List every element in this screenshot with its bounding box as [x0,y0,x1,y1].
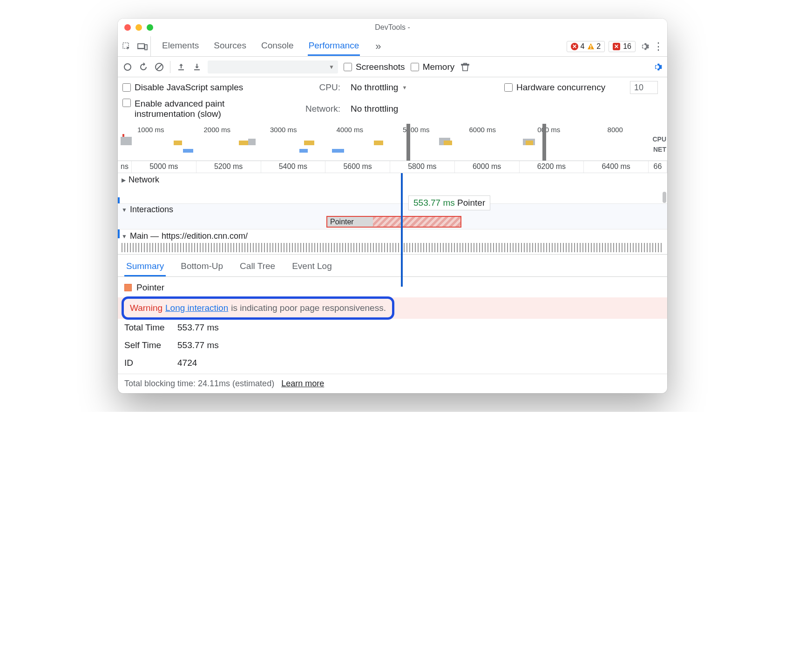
advanced-paint-label: Enable advanced paint instrumentation (s… [135,99,260,119]
dtab-call-tree[interactable]: Call Tree [238,257,277,276]
hw-concurrency-label: Hardware concurrency [516,82,605,93]
pointer-interaction-block[interactable]: Pointer [326,216,461,228]
network-throttle-select[interactable]: No throttling [351,104,663,114]
pointer-block-label: Pointer [330,218,354,226]
svg-line-8 [156,64,162,70]
devtools-tabstrip: Elements Sources Console Performance » ✕… [118,36,667,57]
summary-panel: Pointer Warning Long interaction is indi… [118,277,667,374]
perf-toolbar: ▼ Screenshots Memory [118,57,667,77]
tab-performance[interactable]: Performance [308,37,360,56]
memory-label: Memory [423,62,455,72]
dtab-summary[interactable]: Summary [124,257,166,276]
devtools-window: DevTools - Elements Sources Console Perf… [118,19,667,393]
download-icon[interactable] [192,62,202,72]
warning-message: is indicating poor page responsiveness. [231,303,386,313]
tab-console[interactable]: Console [260,37,295,56]
capture-settings-icon[interactable] [652,62,663,72]
cpu-value: No throttling [351,82,398,93]
tbt-text: Total blocking time: 24.11ms (estimated) [124,379,274,388]
pointer-color-swatch [124,284,132,291]
clear-icon[interactable] [154,62,164,72]
network-track-label: Network [129,175,159,185]
reload-record-icon[interactable] [138,62,149,72]
dtab-event-log[interactable]: Event Log [290,257,334,276]
summary-title: Pointer [136,282,164,293]
svg-rect-5 [590,48,591,49]
detail-ruler: ns 5000 ms5200 ms5400 ms5600 ms5800 ms60… [118,161,667,173]
warning-label: Warning [130,303,162,313]
disable-js-label: Disable JavaScript samples [135,82,243,93]
issues-badges[interactable]: ✕4 2 [567,41,605,52]
timeline-overview[interactable]: 1000 ms2000 ms3000 ms4000 ms5000 ms6000 … [118,124,667,161]
window-titlebar: DevTools - [118,19,667,36]
overview-net-label: NET [652,144,666,155]
inspect-icon[interactable] [122,41,132,52]
more-menu-icon[interactable]: ⋮ [653,41,663,52]
hw-concurrency-input[interactable]: 10 [630,81,658,94]
main-track-url: https://edition.cnn.com/ [162,231,248,241]
network-value: No throttling [351,104,398,114]
long-interaction-link[interactable]: Long interaction [165,303,228,313]
footer: Total blocking time: 24.11ms (estimated)… [118,374,667,393]
record-icon[interactable] [122,62,133,72]
main-track-header[interactable]: ▼Main — https://edition.cnn.com/ [118,229,667,243]
network-label: Network: [295,104,346,114]
interactions-track[interactable]: ▼Interactions Pointer [118,203,667,229]
main-track-prefix: Main — [130,231,159,241]
extension-badge[interactable]: ✕ 16 [609,41,636,52]
overview-net [118,149,649,153]
cpu-throttle-select[interactable]: No throttling▼ [351,82,500,93]
trash-icon[interactable] [460,62,470,72]
warning-row: Warning Long interaction is indicating p… [124,299,392,317]
extension-count: 16 [623,42,631,51]
interaction-tooltip: 553.77 ms Pointer [408,195,490,210]
error-count: 4 [580,42,584,51]
warning-count: 2 [596,42,601,51]
memory-checkbox[interactable]: Memory [411,62,455,72]
extension-error-icon: ✕ [613,43,620,50]
dtab-bottom-up[interactable]: Bottom-Up [179,257,225,276]
total-time-value: 553.77 ms [177,323,219,333]
tooltip-label: Pointer [457,198,485,208]
overview-handle-right[interactable] [542,124,546,161]
chevron-right-icon: ▶ [122,177,126,183]
svg-rect-4 [590,45,591,47]
id-label: ID [124,358,171,368]
chevron-down-icon: ▼ [122,233,127,240]
total-time-label: Total Time [124,323,171,333]
main-track-events[interactable] [122,243,663,252]
disable-js-checkbox[interactable]: Disable JavaScript samples [122,82,290,93]
tab-elements[interactable]: Elements [161,37,200,56]
svg-point-6 [124,64,131,70]
more-tabs-icon[interactable]: » [373,41,383,52]
screenshots-label: Screenshots [356,62,405,72]
chevron-down-icon: ▼ [122,207,127,213]
error-icon: ✕ [571,43,578,50]
learn-more-link[interactable]: Learn more [281,379,324,388]
advanced-paint-checkbox[interactable]: Enable advanced paint instrumentation (s… [122,99,290,119]
tab-sources[interactable]: Sources [213,37,247,56]
detail-tabs: Summary Bottom-Up Call Tree Event Log [118,255,667,277]
window-title: DevTools - [118,23,667,32]
flamechart-area[interactable]: ▶Network ▼Interactions Pointer 553.77 ms… [118,173,667,255]
svg-rect-2 [137,48,145,49]
cpu-label: CPU: [295,82,346,93]
screenshots-checkbox[interactable]: Screenshots [344,62,405,72]
timeline-cursor[interactable] [401,173,403,287]
self-time-label: Self Time [124,340,171,350]
network-track-header[interactable]: ▶Network [118,173,667,187]
overview-handle-left[interactable] [406,124,410,161]
tooltip-duration: 553.77 ms [413,198,455,208]
upload-icon[interactable] [176,62,186,72]
warning-icon [587,43,595,50]
recording-selector[interactable]: ▼ [208,60,338,74]
scrollbar-thumb[interactable] [663,192,666,203]
svg-rect-3 [145,45,147,50]
overview-ticks: 1000 ms2000 ms3000 ms4000 ms5000 ms6000 … [118,124,649,134]
interactions-track-label: Interactions [130,205,173,215]
hw-concurrency-checkbox[interactable]: Hardware concurrency [504,82,625,93]
pointer-block-hatched [373,217,460,227]
device-toolbar-icon[interactable] [137,41,148,52]
capture-settings: Disable JavaScript samples CPU: No throt… [118,77,667,124]
settings-icon[interactable] [639,41,650,52]
